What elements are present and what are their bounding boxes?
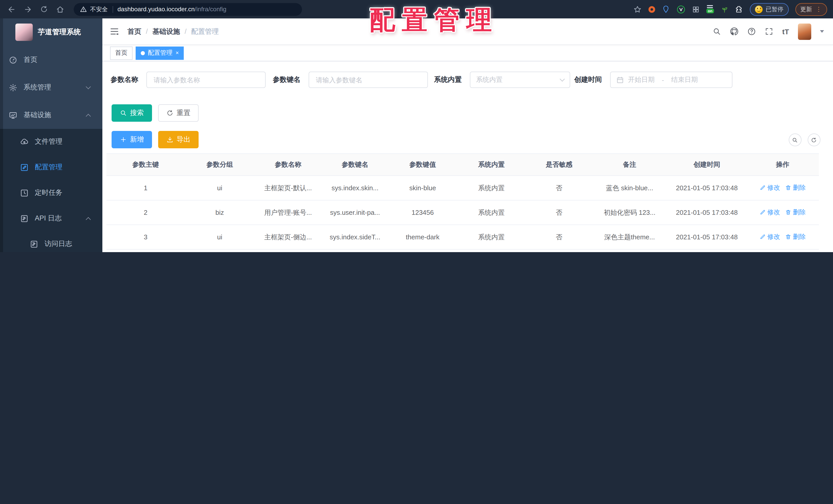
extension-v-badge-icon[interactable] (676, 5, 685, 14)
sidebar-item-file-mgmt[interactable]: 文件管理 (0, 129, 102, 154)
doc-log-icon (30, 240, 39, 248)
search-icon (120, 109, 127, 117)
window-edge-shade (0, 19, 3, 252)
sidebar-item-config-mgmt[interactable]: 配置管理 (0, 154, 102, 180)
app-title: 芋道管理系统 (38, 28, 81, 37)
date-start-placeholder[interactable]: 开始日期 (628, 75, 654, 84)
date-end-placeholder[interactable]: 结束日期 (671, 75, 698, 84)
sidebar: 芋道管理系统 首页 系统管理 基础设施 文件管理 (0, 19, 102, 252)
delete-link[interactable]: 删除 (785, 208, 806, 217)
browser-update-button[interactable]: 更新 ⋮ (795, 3, 827, 16)
param-key-input[interactable] (309, 72, 428, 88)
browser-home-icon[interactable] (56, 5, 65, 14)
paused-pill-button[interactable]: 已暂停 (750, 3, 788, 16)
extension-grid-icon[interactable] (692, 5, 700, 13)
app-logo[interactable]: 芋道管理系统 (0, 19, 102, 46)
pencil-icon (760, 185, 766, 191)
infrastructure-submenu: 文件管理 配置管理 定时任务 API 日志 访问日志 (0, 129, 102, 252)
table-header-row: 参数主键 参数分组 参数名称 参数键名 参数键值 系统内置 是否敏感 备注 创建… (106, 153, 819, 176)
sidebar-item-infrastructure[interactable]: 基础设施 (0, 101, 102, 129)
trash-icon (785, 185, 791, 191)
breadcrumb-infrastructure[interactable]: 基础设施 (152, 27, 180, 36)
builtin-label: 系统内置 (434, 75, 462, 84)
tags-view-bar: 首页 配置管理 × (102, 45, 833, 61)
extension-orange-ring-icon[interactable] (648, 6, 655, 12)
browser-forward-icon[interactable] (24, 5, 32, 14)
refresh-icon (166, 109, 173, 117)
extension-pin-icon[interactable] (662, 5, 670, 13)
url-host: dashboard.yudao.iocoder.cn (117, 6, 195, 13)
search-icon[interactable] (713, 27, 721, 36)
cloud-upload-icon (20, 137, 29, 146)
help-icon[interactable] (747, 27, 756, 36)
infra-monitor-icon (9, 111, 17, 120)
sidebar-item-home[interactable]: 首页 (0, 46, 102, 74)
emoji-smiley-icon (755, 5, 763, 13)
chevron-up-icon (86, 114, 91, 119)
gear-icon (9, 83, 17, 92)
extension-on-badge-icon[interactable]: on (706, 5, 714, 14)
export-button[interactable]: 导出 (158, 131, 198, 148)
bookmark-star-icon[interactable] (633, 5, 642, 14)
close-icon[interactable]: × (175, 50, 179, 56)
main-panel: 首页 / 基础设施 / 配置管理 tT 首页 (102, 19, 833, 252)
trash-icon (785, 209, 791, 216)
extensions-puzzle-icon[interactable] (735, 5, 743, 13)
breadcrumb: 首页 / 基础设施 / 配置管理 (127, 27, 219, 36)
tab-home[interactable]: 首页 (110, 46, 133, 59)
breadcrumb-separator: / (185, 28, 187, 35)
page-content: 参数名称 参数键名 系统内置 系统内置 创建时间 (102, 61, 833, 252)
param-name-label: 参数名称 (111, 75, 138, 84)
extension-sprout-icon[interactable] (721, 5, 728, 13)
sidebar-item-system-mgmt[interactable]: 系统管理 (0, 74, 102, 101)
builtin-select[interactable]: 系统内置 (470, 72, 570, 88)
download-icon (166, 136, 173, 143)
magnifier-icon (792, 137, 798, 143)
user-avatar[interactable] (798, 23, 811, 40)
chevron-down-icon (86, 84, 91, 89)
edit-link[interactable]: 修改 (760, 233, 780, 242)
filter-form: 参数名称 参数键名 系统内置 系统内置 创建时间 (111, 72, 733, 88)
param-key-label: 参数键名 (273, 75, 301, 84)
plus-icon (120, 136, 127, 143)
not-secure-warning-icon (80, 6, 87, 13)
search-button[interactable]: 搜索 (112, 104, 152, 122)
dashboard-icon (9, 55, 17, 64)
hamburger-collapse-icon[interactable] (110, 27, 119, 36)
tab-config-mgmt[interactable]: 配置管理 × (136, 46, 184, 59)
logo-avatar (15, 24, 33, 41)
screen: 不安全 dashboard.yudao.iocoder.cn/infra/con… (0, 0, 833, 252)
table-row: 4 1 xxx demo.test 10 自定义 否 5 2021-01-19 … (106, 250, 819, 252)
edit-link[interactable]: 修改 (760, 208, 780, 217)
edit-link[interactable]: 修改 (760, 184, 780, 192)
url-path: /infra/config (195, 6, 227, 13)
chevron-up-icon (86, 217, 91, 222)
breadcrumb-home[interactable]: 首页 (127, 27, 141, 36)
breadcrumb-current: 配置管理 (191, 27, 219, 36)
page-title-watermark: 配置管理 (370, 3, 499, 37)
browser-reload-icon[interactable] (40, 5, 48, 13)
sidebar-item-api-log[interactable]: API 日志 (0, 206, 102, 231)
browser-back-icon[interactable] (7, 5, 16, 14)
param-name-input[interactable] (146, 72, 266, 88)
kebab-menu-icon[interactable]: ⋮ (816, 6, 822, 13)
toggle-search-button[interactable] (788, 133, 801, 146)
pencil-icon (760, 234, 766, 240)
delete-link[interactable]: 删除 (785, 233, 806, 242)
refresh-table-button[interactable] (807, 133, 820, 146)
github-icon[interactable] (730, 27, 739, 36)
date-range-picker[interactable]: 开始日期 - 结束日期 (610, 72, 733, 88)
reset-button[interactable]: 重置 (158, 104, 198, 122)
address-bar[interactable]: 不安全 dashboard.yudao.iocoder.cn/infra/con… (74, 3, 302, 16)
avatar-caret-down-icon[interactable] (820, 30, 824, 33)
fullscreen-icon[interactable] (765, 27, 774, 36)
delete-link[interactable]: 删除 (785, 184, 806, 192)
sidebar-item-scheduled-jobs[interactable]: 定时任务 (0, 180, 102, 206)
date-separator: - (662, 76, 664, 84)
timer-icon (20, 188, 29, 197)
add-button[interactable]: 新增 (112, 131, 152, 148)
text-size-icon[interactable]: tT (782, 27, 789, 35)
calendar-icon (616, 76, 624, 84)
table-row: 1 ui 主框架页-默认... sys.index.skin... skin-b… (106, 176, 819, 200)
sidebar-item-access-log[interactable]: 访问日志 (0, 231, 102, 252)
